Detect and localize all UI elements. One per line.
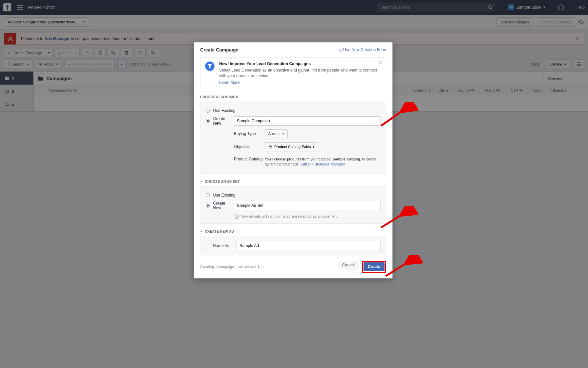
catalog-prefix: You'll choose products from your catalog… [265, 157, 332, 161]
create-campaign-modal: Create Campaign ◇Use New Creation Form N… [194, 42, 393, 278]
objective-select[interactable]: Product Catalog Sales♦ [265, 142, 318, 151]
ad-name-input[interactable] [237, 241, 381, 250]
create-button-highlight: Create [362, 261, 386, 273]
label-use-existing[interactable]: Use Existing [213, 108, 236, 113]
name-ad-label: Name Ad [206, 243, 237, 248]
section-campaign-label: CHOOSE A CAMPAIGN [194, 89, 392, 102]
label-create-new[interactable]: Create New [213, 116, 234, 126]
learn-more-link[interactable]: Learn More [219, 80, 240, 85]
check-icon: ✓ [200, 180, 203, 183]
edit-catalog-link[interactable]: Edit it in Business Manager. [301, 162, 346, 166]
check-icon: ✓ [200, 230, 203, 233]
create-button[interactable]: Create [363, 262, 385, 271]
footer-text: Creating 1 campaign, 1 ad set and 1 ad [200, 265, 265, 269]
funnel-icon [205, 62, 214, 71]
adset-name-input[interactable] [234, 201, 381, 210]
info-box: New! Improve Your Lead Generation Campai… [200, 57, 386, 89]
objective-label: Objective [234, 144, 265, 149]
radio-create-new-adset[interactable] [206, 204, 210, 208]
section-ad-label: ✓ CREATE NEW AD [194, 224, 392, 236]
radio-use-existing-campaign[interactable] [206, 109, 210, 113]
info-title: New! Improve Your Lead Generation Campai… [219, 62, 381, 66]
section-adset-label: ✓ CHOOSE AN AD SET [194, 174, 392, 186]
buying-type-label: Buying Type [234, 131, 265, 136]
catalog-name: Sample Catalog [332, 157, 360, 161]
cart-icon [268, 145, 272, 149]
label-use-existing-adset[interactable]: Use Existing [213, 193, 236, 198]
instagram-icon [234, 214, 239, 219]
modal-title: Create Campaign [200, 47, 239, 52]
use-new-form-link[interactable]: ◇Use New Creation Form [339, 47, 386, 52]
info-close-icon[interactable]: ✕ [379, 60, 383, 66]
radio-use-existing-adset[interactable] [206, 193, 210, 197]
campaign-name-input[interactable] [234, 116, 381, 126]
radio-create-new-campaign[interactable] [206, 119, 210, 123]
instagram-note: New ad sets will include Instagram selec… [241, 214, 338, 218]
product-catalog-label: Product Catalog [234, 157, 265, 161]
buying-type-select[interactable]: Auction♦ [265, 129, 288, 138]
label-create-new-adset[interactable]: Create New [213, 201, 234, 210]
cancel-button[interactable]: Cancel [338, 261, 359, 269]
info-desc: Select Lead Generation as an objective a… [219, 68, 381, 79]
